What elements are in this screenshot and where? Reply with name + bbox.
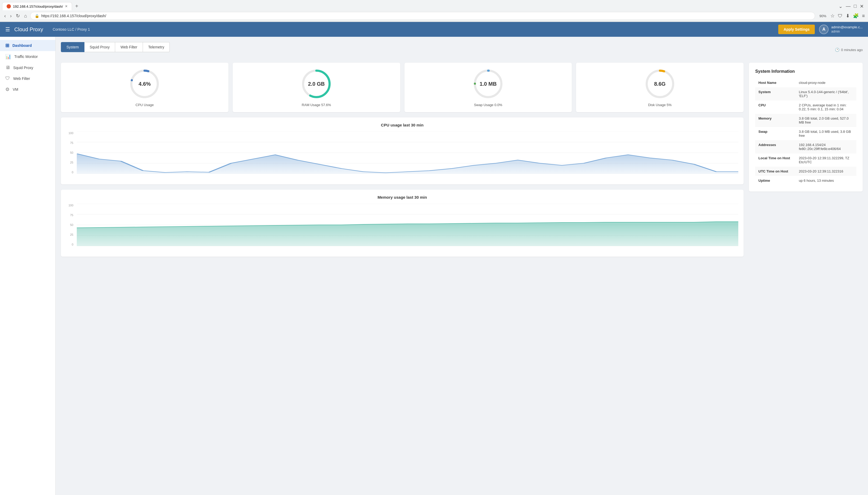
system-info-table: Host Namecloud-proxy-nodeSystemLinux 5.4…: [755, 78, 856, 185]
info-value: 2 CPUs, average load in 1 min: 0.22, 5 m…: [796, 101, 856, 114]
memory-chart-yaxis: 100 75 50 25 0: [66, 204, 76, 246]
sidebar-label-vm: VM: [13, 87, 18, 91]
hamburger-menu[interactable]: ☰: [5, 26, 10, 33]
last-updated-text: 0 minutes ago: [841, 48, 863, 52]
forward-button[interactable]: ›: [9, 12, 13, 20]
metric-card-ram: 2.0 GB RAM Usage 57.6%: [233, 63, 400, 112]
user-info: A admin@example.c... admin: [819, 24, 863, 34]
cpu-chart-card: CPU usage last 30 min 100 75 50 25 0: [61, 118, 744, 184]
tab-close-button[interactable]: ×: [65, 4, 67, 9]
sidebar-item-traffic-monitor[interactable]: 📊 Traffic Monitor: [0, 51, 55, 62]
info-table-row: CPU2 CPUs, average load in 1 min: 0.22, …: [755, 101, 856, 114]
web-filter-icon: 🛡: [5, 76, 10, 81]
my-label-50: 50: [70, 223, 73, 226]
sidebar-label-squid-proxy: Squid Proxy: [13, 66, 33, 70]
tab-web-filter[interactable]: Web Filter: [115, 42, 143, 52]
address-bar: ‹ › ↻ ⌂ 🔒 https://192.168.4.157/cloud/pr…: [0, 10, 868, 22]
info-label: CPU: [755, 101, 796, 114]
tab-controls: ⌄ — □ ✕: [839, 3, 866, 9]
sidebar: ⊞ Dashboard 📊 Traffic Monitor 🖥 Squid Pr…: [0, 37, 55, 495]
sidebar-item-squid-proxy[interactable]: 🖥 Squid Proxy: [0, 62, 55, 73]
url-input[interactable]: 🔒 https://192.168.4.157/cloud/proxy/dash…: [30, 12, 815, 20]
refresh-button[interactable]: ↻: [15, 12, 21, 20]
favicon: [6, 4, 11, 8]
dashboard-icon: ⊞: [5, 42, 9, 48]
ram-circle: 2.0 GB: [300, 68, 332, 100]
toolbar-icons: ☆ 🛡 ⬇ 🧩 ≡: [830, 13, 865, 19]
extensions-icon[interactable]: 🧩: [853, 13, 859, 19]
browser-tab-bar: 192.168.4.157/cloud/proxy/dash/ × + ⌄ — …: [0, 0, 868, 10]
cpu-value: 4.6%: [139, 81, 151, 87]
y-label-50: 50: [70, 151, 73, 154]
y-label-25: 25: [70, 161, 73, 164]
info-table-row: Local Time on Host2023-03-20 12:39:11.32…: [755, 153, 856, 167]
tab-system[interactable]: System: [61, 42, 84, 52]
info-value: Linux 5.4.0-144-generic / ('64bit', 'ELF…: [796, 87, 856, 101]
memory-chart-plot: [77, 204, 738, 246]
shield-icon[interactable]: 🛡: [838, 13, 842, 19]
info-table-row: Host Namecloud-proxy-node: [755, 78, 856, 87]
system-info-title: System Information: [755, 69, 856, 74]
info-value: 3.8 GB total, 1.0 MB used, 3.8 GB free: [796, 127, 856, 140]
new-tab-button[interactable]: +: [73, 2, 81, 10]
info-label: Memory: [755, 114, 796, 127]
minimize-button[interactable]: —: [846, 3, 851, 9]
cpu-circle: 4.6%: [129, 68, 161, 100]
info-value: 2023-03-20 12:39:11.322316: [796, 167, 856, 176]
info-table-row: UTC Time on Host2023-03-20 12:39:11.3223…: [755, 167, 856, 176]
memory-chart-card: Memory usage last 30 min 100 75 50 25 0: [61, 190, 744, 257]
tab-squid-proxy[interactable]: Squid Proxy: [84, 42, 115, 52]
info-value: cloud-proxy-node: [796, 78, 856, 87]
squid-proxy-icon: 🖥: [5, 65, 10, 70]
browser-tab[interactable]: 192.168.4.157/cloud/proxy/dash/ ×: [2, 2, 72, 10]
memory-chart-area: 100 75 50 25 0: [66, 204, 738, 251]
info-table-row: Addresses192.168.4.154/24 fe80::20c:29ff…: [755, 140, 856, 153]
sidebar-item-dashboard[interactable]: ⊞ Dashboard: [0, 40, 55, 51]
sidebar-label-dashboard: Dashboard: [13, 44, 32, 48]
metric-card-cpu: 4.6% CPU Usage: [61, 63, 229, 112]
maximize-button[interactable]: □: [854, 3, 857, 9]
zoom-level: 90%: [817, 14, 828, 18]
info-label: Local Time on Host: [755, 153, 796, 167]
sidebar-item-vm[interactable]: ⚙ VM: [0, 84, 55, 95]
metrics-row: 4.6% CPU Usage 2.0 GB: [61, 63, 744, 112]
app-body: ⊞ Dashboard 📊 Traffic Monitor 🖥 Squid Pr…: [0, 37, 868, 495]
disk-circle: 8.6G: [644, 68, 676, 100]
disk-label: Disk Usage 5%: [581, 103, 738, 107]
info-label: Swap: [755, 127, 796, 140]
vm-icon: ⚙: [5, 86, 10, 92]
info-label: UTC Time on Host: [755, 167, 796, 176]
back-button[interactable]: ‹: [3, 12, 7, 20]
cpu-chart-title: CPU usage last 30 min: [66, 123, 738, 127]
sidebar-item-web-filter[interactable]: 🛡 Web Filter: [0, 73, 55, 84]
home-button[interactable]: ⌂: [23, 12, 28, 20]
my-label-25: 25: [70, 233, 73, 236]
bookmark-icon[interactable]: ☆: [830, 13, 835, 19]
swap-label: Swap Usage 0.0%: [410, 103, 567, 107]
close-window-button[interactable]: ✕: [860, 3, 864, 9]
swap-circle: 1.0 MB: [472, 68, 504, 100]
download-icon[interactable]: ⬇: [846, 13, 850, 19]
my-label-75: 75: [70, 214, 73, 217]
info-label: Addresses: [755, 140, 796, 153]
info-table-row: Uptimeup 6 hours, 13 minutes: [755, 176, 856, 185]
cpu-chart-plot: [77, 132, 738, 174]
apply-settings-button[interactable]: Apply Settings: [778, 24, 815, 34]
tab-telemetry[interactable]: Telemetry: [143, 42, 170, 52]
breadcrumb: Contoso LLC / Proxy 1: [53, 27, 774, 32]
info-value: 2023-03-20 12:39:11.322299, TZ Etc/UTC: [796, 153, 856, 167]
metric-card-swap: 1.0 MB Swap Usage 0.0%: [404, 63, 572, 112]
y-label-75: 75: [70, 141, 73, 144]
clock-icon: 🕐: [835, 48, 839, 52]
info-label: Uptime: [755, 176, 796, 185]
tab-list-icon[interactable]: ⌄: [839, 3, 842, 9]
metric-card-disk: 8.6G Disk Usage 5%: [576, 63, 744, 112]
app-title: Cloud Proxy: [14, 27, 43, 33]
menu-icon[interactable]: ≡: [862, 13, 865, 19]
disk-value: 8.6G: [654, 81, 666, 87]
main-content: System Squid Proxy Web Filter Telemetry …: [55, 37, 868, 495]
url-text: https://192.168.4.157/cloud/proxy/dash/: [41, 14, 106, 18]
info-value: 3.8 GB total, 2.0 GB used, 527.0 MB free: [796, 114, 856, 127]
y-label-0: 0: [72, 171, 73, 174]
user-avatar: A: [819, 24, 829, 34]
